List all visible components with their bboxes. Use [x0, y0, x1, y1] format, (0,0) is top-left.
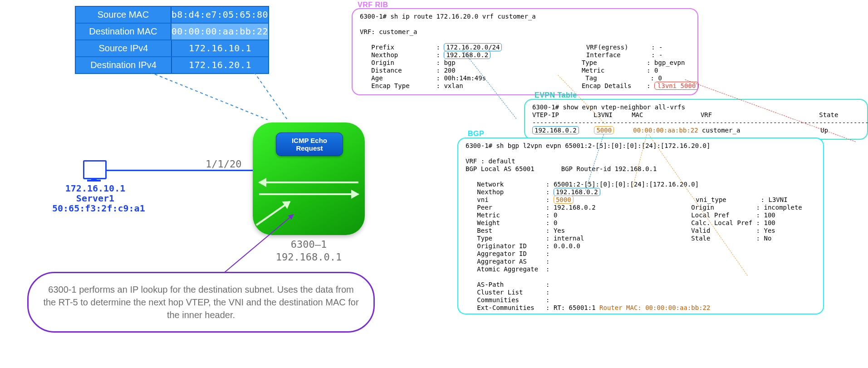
server-icon-base [87, 180, 101, 182]
rib-distance: 200 [444, 67, 455, 74]
pkt-row-dst-mac: Destination MAC 00:00:00:aa:bb:22 [76, 23, 268, 39]
pkt-value: 172.16.10.1 [172, 40, 268, 56]
rib-egress: - [659, 44, 662, 51]
vrf-rib-panel: 6300-1# sh ip route 172.16.20.0 vrf cust… [352, 8, 698, 95]
switch-caption: 6300–1 192.168.0.1 [253, 238, 365, 264]
server-ip: 172.16.10.1 [65, 183, 125, 194]
interface-label: 1/1/20 [206, 158, 241, 170]
server-link-line [105, 170, 253, 171]
bgp-ext-rt: RT: 65001:1 [554, 304, 596, 311]
bgp-vni: 5000 [554, 196, 574, 204]
evpn-l3vni: 5000 [594, 126, 614, 134]
rib-prefix: 172.16.20.0/24 [444, 43, 502, 51]
pkt-value: 172.16.20.1 [172, 57, 268, 73]
bgp-localpref: 100 [764, 211, 775, 219]
cli-cmd: 6300-1# sh bgp l2vpn evpn 65001:2-[5]:[0… [466, 142, 710, 149]
pkt-label: Destination IPv4 [76, 57, 172, 73]
pkt-value: b8:d4:e7:05:65:80 [172, 7, 268, 23]
evpn-vrf: customer_a [702, 127, 740, 134]
rib-tag: 0 [658, 74, 662, 82]
rib-encap-details: l3vni 5000 [654, 82, 699, 90]
evpn-title: EVPN Table [535, 91, 577, 99]
bgp-calc-localpref: 100 [764, 219, 775, 226]
cli-line: BGP Router-id 192.168.0.1 [561, 165, 657, 172]
rib-nexthop: 192.168.0.2 [444, 51, 490, 59]
pkt-row-src-ip: Source IPv4 172.16.10.1 [76, 39, 268, 56]
arrow-right-icon [259, 193, 358, 195]
pkt-label: Source IPv4 [76, 40, 172, 56]
server-mac: 50:65:f3:2f:c9:a1 [52, 203, 145, 214]
rib-metric: 0 [654, 67, 658, 74]
switch-loopback: 192.168.0.1 [276, 251, 342, 263]
rib-origin: bgp [444, 59, 455, 66]
bgp-peer: 192.168.0.2 [554, 204, 596, 211]
switch-arrows-icon [259, 172, 358, 205]
rib-type: bgp_evpn [654, 59, 685, 66]
connector-line [254, 72, 288, 121]
server-icon [83, 160, 107, 179]
bgp-best: Yes [554, 227, 565, 234]
server-label: 172.16.10.1 Server1 50:65:f3:2f:c9:a1 [52, 183, 138, 213]
bgp-stale: No [764, 235, 771, 242]
rib-interface: - [659, 51, 662, 59]
bgp-valid: Yes [764, 227, 775, 234]
connector-line [150, 72, 268, 120]
bgp-type: internal [554, 235, 584, 242]
evpn-mac: 00:00:00:aa:bb:22 [633, 127, 698, 134]
switch-name: 6300–1 [291, 239, 327, 250]
rib-age: 00h:14m:49s [444, 74, 486, 82]
bgp-nexthop: 192.168.0.2 [554, 188, 600, 196]
pkt-label: Destination MAC [76, 24, 172, 39]
col-header: State [819, 111, 838, 118]
server-name: Server1 [76, 193, 114, 204]
explanation-callout: 6300-1 performs an IP lookup for the des… [27, 272, 375, 333]
bgp-panel: 6300-1# sh bgp l2vpn evpn 65001:2-[5]:[0… [457, 137, 824, 314]
bgp-metric: 0 [554, 211, 557, 219]
cli-cmd: 6300-1# sh ip route 172.16.20.0 vrf cust… [360, 13, 536, 20]
col-header: VTEP-IP [532, 111, 559, 118]
bgp-weight: 0 [554, 219, 557, 226]
packet-header-table: Source MAC b8:d4:e7:05:65:80 Destination… [75, 6, 269, 74]
bgp-title: BGP [468, 130, 484, 138]
col-header: VRF [701, 111, 712, 118]
bgp-network: 65001:2-[5]:[0]:[0]:[24]:[172.16.20.0] [554, 181, 699, 188]
cli-line: VRF : default [466, 157, 515, 165]
bgp-router-mac: Router MAC: 00:00:00:aa:bb:22 [599, 304, 710, 311]
pkt-label: Source MAC [76, 7, 172, 23]
pkt-value: 00:00:00:aa:bb:22 [172, 24, 268, 39]
arrow-left-icon [259, 182, 358, 183]
col-header: MAC [632, 111, 643, 118]
pkt-row-dst-ip: Destination IPv4 172.16.20.1 [76, 56, 268, 73]
cli-line: VRF: customer_a [360, 28, 417, 35]
diagram-canvas: Source MAC b8:d4:e7:05:65:80 Destination… [0, 0, 868, 368]
bgp-origin: incomplete [764, 204, 802, 211]
evpn-vtep: 192.168.0.2 [532, 126, 579, 134]
cli-cmd: 6300-1# show evpn vtep-neighbor all-vrfs [532, 103, 685, 111]
bgp-originator: 0.0.0.0 [554, 242, 580, 250]
evpn-panel: 6300-1# show evpn vtep-neighbor all-vrfs… [524, 99, 868, 140]
pkt-row-src-mac: Source MAC b8:d4:e7:05:65:80 [76, 7, 268, 23]
cli-line: BGP Local AS 65001 [466, 165, 535, 172]
icmp-packet-badge: ICMP Echo Request [276, 132, 343, 156]
rib-encap: vxlan [444, 82, 463, 89]
bgp-vni-type: L3VNI [768, 196, 787, 203]
